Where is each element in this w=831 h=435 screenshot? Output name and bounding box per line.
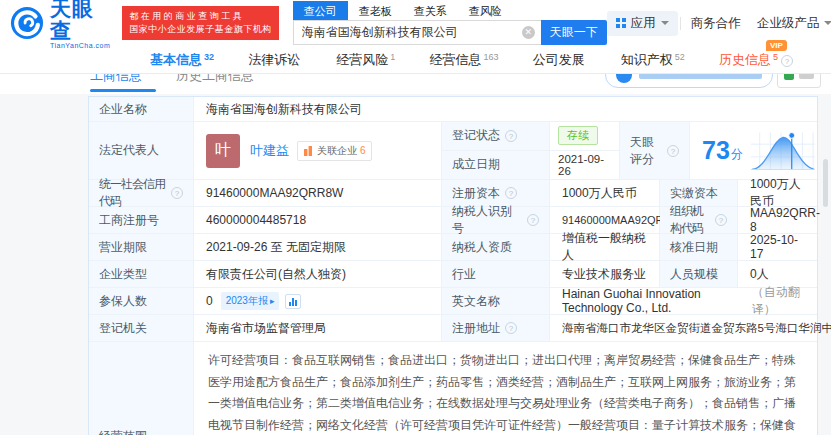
field-label: 核准日期	[660, 234, 738, 260]
scrollbar-thumb[interactable]	[823, 159, 828, 207]
field-label: 行业	[442, 261, 550, 287]
tab-legal-litigation[interactable]: 法律诉讼	[248, 51, 302, 69]
section-subnav-clipped: 工商信息 历史工商信息	[0, 74, 831, 94]
clipped-text	[639, 74, 762, 79]
logo-subtitle: TianYanCha.com	[50, 42, 112, 49]
tianyan-score-cell[interactable]: 73 分	[690, 122, 829, 179]
score-value: 73	[702, 138, 730, 163]
help-icon[interactable]: ?	[505, 187, 517, 199]
company-name-value: 海南省国海创新科技有限公司	[194, 97, 817, 121]
est-date-value: 2021-09-26	[550, 151, 620, 179]
clipped-action-button[interactable]	[605, 74, 773, 88]
approve-date-value: 2025-10-17	[738, 234, 817, 260]
search-tab-boss[interactable]: 查老板	[348, 1, 403, 20]
tab-count: 32	[204, 52, 214, 62]
tab-label: 公司发展	[533, 52, 585, 67]
action-avatar-icon	[616, 74, 632, 83]
help-icon[interactable]: ?	[667, 145, 679, 157]
annual-report-badge[interactable]: 2023年报	[221, 292, 280, 310]
clipped-text	[799, 74, 814, 79]
tab-label: 基本信息	[150, 52, 202, 67]
nav-apps[interactable]: 应用	[607, 11, 678, 36]
insured-value: 0	[206, 294, 213, 308]
tab-label: 法律诉讼	[248, 52, 300, 67]
nav-enterprise-label: 企业级产品	[757, 15, 820, 32]
insured-cell: 0 2023年报	[194, 288, 442, 314]
help-icon[interactable]: ?	[171, 187, 183, 199]
english-name-cell: Hainan Guohai Innovation Technology Co.,…	[550, 288, 817, 314]
english-name-value: Hainan Guohai Innovation Technology Co.,…	[562, 287, 748, 315]
tab-company-development[interactable]: 公司发展	[533, 51, 587, 69]
reg-status-value: 存续	[550, 122, 620, 150]
reg-authority-value: 海南省市场监督管理局	[194, 315, 442, 341]
divider	[680, 17, 681, 30]
company-type-value: 有限责任公司(自然人独资)	[194, 261, 442, 287]
tab-label: 经营信息	[429, 52, 481, 67]
field-label: 英文名称	[442, 288, 550, 314]
status-badge: 存续	[558, 126, 598, 145]
search-tab-relation[interactable]: 查关系	[403, 1, 458, 20]
taxpayer-quality-value: 增值税一般纳税人	[550, 234, 660, 260]
field-label: 登记状态?	[442, 122, 550, 150]
help-icon[interactable]: ?	[505, 130, 517, 142]
clipped-export-button[interactable]	[777, 74, 821, 88]
nav-enterprise-products[interactable]: 企业级产品	[749, 15, 831, 32]
field-label: 组织机构代码?	[660, 207, 738, 233]
tab-basic-info[interactable]: 基本信息32	[150, 51, 214, 69]
field-label: 人员规模	[660, 261, 738, 287]
field-label: 企业名称	[89, 97, 194, 121]
tab-history-info[interactable]: VIP 历史信息5?	[719, 51, 793, 69]
company-tab-bar: 基本信息32 法律诉讼 经营风险1 经营信息163 公司发展 知识产权52 VI…	[0, 46, 831, 74]
related-label: 关联企业	[317, 144, 357, 158]
nav-apps-label: 应用	[631, 15, 656, 32]
chevron-down-icon	[661, 21, 669, 25]
field-label: 工商注册号	[89, 207, 194, 233]
field-label: 营业期限	[89, 234, 194, 260]
tab-count: 52	[675, 52, 685, 62]
help-icon[interactable]: ?	[781, 55, 793, 67]
search-input[interactable]	[293, 20, 541, 45]
search-tab-company[interactable]: 查公司	[293, 1, 348, 20]
legal-rep-name-link[interactable]: 叶建益	[250, 142, 289, 160]
org-code-value: MAA92QRR-8	[738, 207, 831, 233]
field-label: 天眼评分?	[620, 122, 690, 179]
legal-rep-cell: 叶 叶建益 关联企业 6	[194, 122, 442, 179]
field-label: 法定代表人	[89, 122, 194, 179]
related-companies-badge[interactable]: 关联企业 6	[297, 141, 372, 161]
credit-code-value: 91460000MAA92QRR8W	[194, 180, 442, 206]
reg-capital-value: 1000万人民币	[550, 180, 660, 206]
tianyancha-logo[interactable]: 天眼查 TianYanCha.com	[10, 0, 112, 49]
nav-cooperation-label: 商务合作	[691, 15, 741, 32]
subtab-business-registration[interactable]: 工商信息	[90, 74, 142, 85]
search-button[interactable]: 天眼一下	[541, 20, 607, 45]
tab-intellectual-property[interactable]: 知识产权52	[621, 51, 685, 69]
logo-title: 天眼查	[50, 0, 112, 42]
nav-cooperation[interactable]: 商务合作	[683, 15, 749, 32]
field-label: 登记机关	[89, 315, 194, 341]
promo-line1: 都在用的商业查询工具	[129, 10, 272, 23]
tab-business-info[interactable]: 经营信息163	[429, 51, 498, 69]
chevron-down-icon	[824, 21, 831, 25]
tab-business-risk[interactable]: 经营风险1	[336, 51, 395, 69]
reg-number-value: 460000004485718	[194, 207, 442, 233]
help-icon[interactable]: ?	[715, 214, 727, 226]
search-area: 查公司 查老板 查关系 查风险 ✕ 天眼一下	[293, 1, 607, 45]
paid-capital-value: 1000万人民币	[738, 180, 817, 206]
tab-label: 历史信息	[719, 52, 771, 67]
search-tab-risk[interactable]: 查风险	[458, 1, 513, 20]
biz-scope-text: 许可经营项目：食品互联网销售；食品进出口；货物进出口；进出口代理；离岸贸易经营；…	[208, 353, 796, 435]
subtab-history-registration[interactable]: 历史工商信息	[176, 74, 254, 85]
field-label: 参保人数	[89, 288, 194, 314]
help-icon[interactable]: ?	[527, 214, 539, 226]
related-count: 6	[360, 145, 366, 156]
bar-chart-icon[interactable]	[285, 294, 301, 309]
legal-rep-avatar[interactable]: 叶	[206, 134, 240, 168]
field-label: 经营范围	[89, 342, 194, 435]
tab-count: 1	[390, 52, 395, 62]
reg-address-cell: 海南省海口市龙华区金贸街道金贸东路5号海口华润中心一期办公楼16层1610房 附…	[550, 315, 831, 341]
help-icon[interactable]: ?	[505, 322, 517, 334]
page-content: 工商信息 历史工商信息 企业名称 海南省国海创新科技有限公司 法定代表人 叶 叶…	[0, 74, 831, 435]
biz-scope-cell: 许可经营项目：食品互联网销售；食品进出口；货物进出口；进出口代理；离岸贸易经营；…	[194, 342, 817, 435]
buildings-icon	[303, 146, 313, 156]
search-clear-icon[interactable]: ✕	[522, 26, 535, 39]
